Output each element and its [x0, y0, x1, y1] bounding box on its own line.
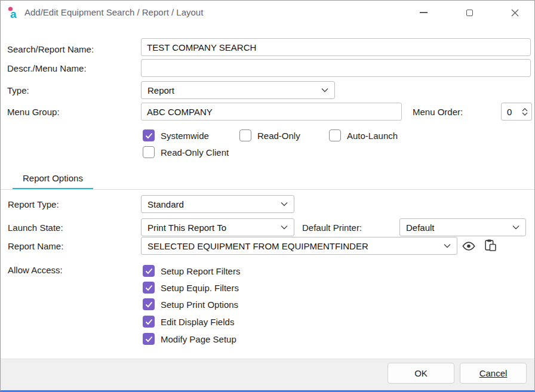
checkbox-label: Read-Only	[257, 131, 300, 141]
copy-report-button[interactable]	[482, 236, 499, 253]
cancel-button[interactable]: Cancel	[460, 363, 527, 384]
add-edit-equipment-dialog: a Add/Edit Equipment Search / Report / L…	[0, 0, 535, 392]
type-label: Type:	[7, 85, 29, 97]
close-button[interactable]	[504, 1, 525, 24]
minimize-icon	[420, 12, 428, 13]
menu-group-input[interactable]	[141, 103, 402, 121]
descr-menu-name-input[interactable]	[141, 59, 531, 77]
check-icon	[145, 285, 153, 291]
maximize-icon	[466, 10, 473, 16]
menu-order-label: Menu Order:	[413, 106, 463, 118]
report-name-select[interactable]: SELECTED EQUIPMENT FROM EQUIPMENTFINDER	[141, 237, 457, 255]
tab-label: Report Options	[23, 173, 83, 183]
checkbox-systemwide[interactable]: Systemwide	[143, 129, 209, 141]
default-printer-label: Default Printer:	[302, 222, 362, 234]
checkbox-box	[329, 129, 341, 141]
checkbox-setup-report-filters[interactable]: Setup Report Filters	[143, 265, 240, 277]
checkbox-label: Setup Report Filters	[161, 266, 240, 276]
ok-button-label: OK	[414, 368, 428, 378]
descr-menu-name-label: Descr./Menu Name:	[7, 63, 87, 75]
launch-state-select[interactable]: Print This Report To	[141, 218, 294, 236]
type-select[interactable]: Report	[141, 81, 335, 99]
checkbox-read-only[interactable]: Read-Only	[239, 129, 300, 141]
cancel-button-label: Cancel	[479, 368, 508, 378]
checkbox-read-only-client[interactable]: Read-Only Client	[143, 146, 229, 158]
checkbox-label: Setup Print Options	[161, 300, 238, 310]
minimize-button[interactable]	[413, 1, 434, 24]
check-icon	[145, 268, 153, 274]
report-type-label: Report Type:	[8, 199, 59, 211]
chevron-down-icon	[444, 243, 451, 248]
checkbox-box	[143, 146, 155, 158]
close-icon	[511, 9, 519, 17]
spinner-up-icon[interactable]	[522, 108, 528, 112]
maximize-button[interactable]	[459, 1, 480, 24]
chevron-down-icon	[281, 225, 288, 230]
launch-state-label: Launch State:	[8, 222, 63, 234]
checkbox-box	[143, 333, 155, 345]
launch-state-value: Print This Report To	[147, 223, 226, 233]
default-printer-select[interactable]: Default	[399, 218, 526, 236]
menu-group-label: Menu Group:	[7, 106, 60, 118]
search-report-name-label: Search/Report Name:	[7, 44, 94, 55]
checkbox-box	[143, 265, 155, 277]
default-printer-value: Default	[406, 223, 435, 233]
checkbox-box	[239, 129, 251, 141]
checkbox-auto-launch[interactable]: Auto-Launch	[329, 129, 398, 141]
checkbox-setup-equip-filters[interactable]: Setup Equip. Filters	[143, 282, 239, 294]
checkbox-modify-page-setup[interactable]: Modify Page Setup	[143, 333, 236, 345]
check-icon	[145, 301, 153, 308]
window-title: Add/Edit Equipment Search / Report / Lay…	[24, 1, 203, 24]
check-icon	[145, 319, 153, 325]
tab-report-options[interactable]: Report Options	[13, 168, 93, 190]
check-icon	[145, 336, 153, 342]
checkbox-box	[143, 298, 155, 310]
chevron-down-icon	[281, 202, 288, 206]
eye-icon	[462, 242, 475, 251]
report-type-select[interactable]: Standard	[141, 195, 294, 213]
menu-order-value: 0	[507, 107, 512, 117]
menu-order-spinner[interactable]: 0	[501, 103, 532, 121]
spinner-arrows	[522, 108, 528, 116]
ok-button[interactable]: OK	[388, 363, 454, 384]
tab-strip-divider	[1, 189, 534, 190]
checkbox-box	[143, 282, 155, 294]
report-name-label: Report Name:	[8, 240, 63, 252]
checkbox-edit-display-fields[interactable]: Edit Display Fields	[143, 316, 234, 328]
checkbox-label: Auto-Launch	[347, 131, 398, 141]
paste-icon	[484, 239, 497, 251]
app-icon: a	[6, 5, 20, 20]
checkbox-box	[143, 129, 155, 141]
search-report-name-input[interactable]	[141, 38, 531, 56]
report-name-value: SELECTED EQUIPMENT FROM EQUIPMENTFINDER	[147, 241, 368, 251]
footer-bar: OK Cancel	[1, 359, 534, 390]
checkbox-setup-print-options[interactable]: Setup Print Options	[143, 298, 238, 310]
check-icon	[145, 132, 153, 139]
chevron-down-icon	[512, 225, 519, 230]
checkbox-label: Setup Equip. Filters	[161, 283, 239, 293]
type-select-value: Report	[147, 85, 174, 95]
allow-access-label: Allow Access:	[8, 264, 63, 276]
checkbox-box	[143, 316, 155, 328]
svg-text:a: a	[10, 8, 17, 20]
preview-report-button[interactable]	[460, 237, 477, 254]
checkbox-label: Systemwide	[161, 131, 209, 141]
spinner-down-icon[interactable]	[522, 112, 528, 116]
chevron-down-icon	[321, 88, 328, 92]
report-type-value: Standard	[147, 199, 184, 209]
checkbox-label: Modify Page Setup	[161, 334, 236, 344]
checkbox-label: Read-Only Client	[161, 147, 229, 158]
title-bar: a Add/Edit Equipment Search / Report / L…	[1, 1, 534, 24]
checkbox-label: Edit Display Fields	[161, 317, 234, 327]
